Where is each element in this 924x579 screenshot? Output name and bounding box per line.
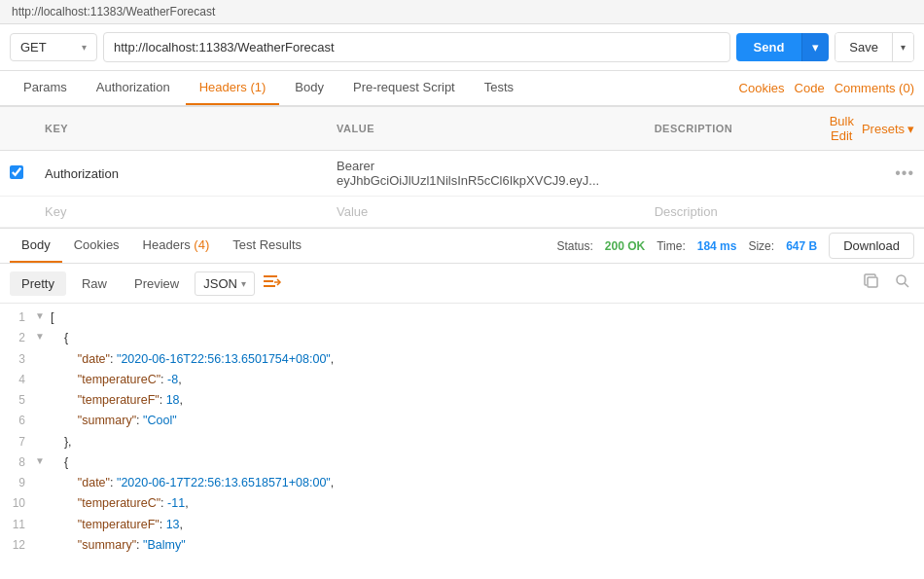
response-meta: Status: 200 OK Time: 184 ms Size: 647 B … — [556, 233, 914, 259]
line-content: "temperatureC": -11, — [51, 493, 924, 514]
toolbar-right — [860, 270, 914, 297]
code-line: 8▼ { — [0, 452, 924, 473]
code-line: 3 "date": "2020-06-16T22:56:13.6501754+0… — [0, 349, 924, 370]
tab-authorization[interactable]: Authorization — [83, 71, 184, 105]
line-number: 2 — [0, 328, 35, 347]
response-toolbar: Pretty Raw Preview JSON ▾ — [0, 264, 924, 304]
response-tabs-bar: Body Cookies Headers (4) Test Results St… — [0, 229, 924, 264]
line-content: "temperatureF": 13, — [51, 515, 924, 535]
col-actions: Bulk Edit Presets ▾ — [820, 107, 924, 151]
presets-chevron-icon: ▾ — [907, 122, 914, 136]
request-tabs-right: Cookies Code Comments (0) — [739, 81, 914, 95]
line-toggle[interactable]: ▼ — [35, 452, 49, 469]
tab-params[interactable]: Params — [10, 71, 81, 105]
copy-button[interactable] — [860, 270, 883, 297]
svg-rect-2 — [264, 285, 275, 287]
code-line: 11 "temperatureF": 13, — [0, 515, 924, 535]
code-link[interactable]: Code — [795, 81, 825, 95]
format-preview[interactable]: Preview — [123, 271, 191, 296]
format-pretty[interactable]: Pretty — [10, 271, 66, 296]
wrap-button[interactable] — [263, 273, 282, 294]
line-content: { — [51, 452, 924, 473]
line-content: }, — [51, 432, 924, 452]
presets-button[interactable]: Presets ▾ — [862, 122, 914, 136]
send-dropdown-button[interactable]: ▾ — [801, 33, 829, 61]
status-value: 200 OK — [605, 239, 645, 253]
resp-tab-body[interactable]: Body — [10, 229, 62, 263]
response-section: Body Cookies Headers (4) Test Results St… — [0, 228, 924, 552]
row-checkbox-cell[interactable] — [0, 151, 35, 197]
row-description — [645, 151, 820, 197]
line-toggle[interactable]: ▼ — [35, 308, 49, 324]
line-number: 1 — [0, 308, 35, 327]
time-label: Time: — [657, 239, 686, 253]
code-line: 5 "temperatureF": 18, — [0, 390, 924, 411]
row-more-button[interactable]: ••• — [895, 164, 914, 182]
resp-tab-test-results[interactable]: Test Results — [221, 229, 313, 263]
col-description: DESCRIPTION — [645, 107, 820, 151]
title-bar: http://localhost:11383/WeatherForecast — [0, 0, 924, 24]
svg-line-6 — [905, 283, 908, 287]
method-select[interactable]: GET ▾ — [10, 33, 97, 61]
tab-headers[interactable]: Headers (1) — [186, 71, 280, 105]
resp-tab-headers[interactable]: Headers (4) — [131, 229, 222, 263]
line-number: 3 — [0, 349, 35, 369]
line-content: "summary": "Balmy" — [51, 535, 924, 552]
line-number: 7 — [0, 432, 35, 452]
line-content: [ — [51, 308, 924, 328]
language-chevron-icon: ▾ — [241, 278, 246, 289]
empty-key-cell[interactable]: Key — [35, 197, 327, 228]
send-btn-group: Send ▾ — [736, 33, 830, 61]
save-button[interactable]: Save — [835, 33, 892, 61]
col-value: VALUE — [327, 107, 645, 151]
row-value: Bearer eyJhbGciOiJlUzl1NilsInR5cCl6IkpXV… — [327, 151, 645, 197]
code-line: 9 "date": "2020-06-17T22:56:13.6518571+0… — [0, 473, 924, 493]
search-button[interactable] — [891, 270, 914, 297]
method-chevron-icon: ▾ — [82, 42, 87, 53]
language-select[interactable]: JSON ▾ — [195, 271, 255, 296]
save-btn-group: Save ▾ — [835, 32, 914, 62]
size-value: 647 B — [786, 239, 817, 253]
line-content: "date": "2020-06-17T22:56:13.6518571+08:… — [51, 473, 924, 493]
search-icon — [895, 273, 910, 289]
code-line: 6 "summary": "Cool" — [0, 411, 924, 431]
cookies-link[interactable]: Cookies — [739, 81, 785, 95]
line-number: 4 — [0, 370, 35, 389]
line-number: 6 — [0, 411, 35, 430]
method-label: GET — [20, 40, 47, 54]
line-content: "temperatureC": -8, — [51, 370, 924, 390]
empty-desc-cell[interactable]: Description — [645, 197, 820, 228]
line-content: "temperatureF": 18, — [51, 390, 924, 411]
line-toggle[interactable]: ▼ — [35, 328, 49, 344]
format-raw[interactable]: Raw — [70, 271, 119, 296]
request-tabs: Params Authorization Headers (1) Body Pr… — [0, 71, 924, 106]
save-dropdown-button[interactable]: ▾ — [892, 33, 913, 61]
row-actions: ••• — [820, 151, 924, 197]
code-area[interactable]: 1▼[2▼ {3 "date": "2020-06-16T22:56:13.65… — [0, 304, 924, 552]
tab-tests[interactable]: Tests — [471, 71, 527, 105]
bulk-edit-button[interactable]: Bulk Edit — [830, 114, 854, 143]
col-checkbox — [0, 107, 35, 151]
url-input[interactable] — [103, 32, 730, 62]
resp-tab-cookies[interactable]: Cookies — [62, 229, 131, 263]
send-button[interactable]: Send — [736, 33, 802, 61]
size-label: Size: — [748, 239, 774, 253]
empty-checkbox-cell — [0, 197, 35, 228]
wrap-icon — [263, 273, 282, 289]
svg-rect-4 — [868, 277, 877, 287]
svg-point-5 — [897, 275, 906, 284]
line-content: "date": "2020-06-16T22:56:13.6501754+08:… — [51, 349, 924, 370]
line-number: 5 — [0, 390, 35, 410]
language-label: JSON — [203, 276, 237, 291]
row-checkbox[interactable] — [10, 165, 23, 179]
tab-prerequest[interactable]: Pre-request Script — [339, 71, 469, 105]
url-bar: GET ▾ Send ▾ Save ▾ — [0, 24, 924, 71]
status-label: Status: — [556, 239, 592, 253]
empty-value-cell[interactable]: Value — [327, 197, 645, 228]
download-button[interactable]: Download — [829, 233, 914, 259]
comments-link[interactable]: Comments (0) — [835, 81, 914, 95]
line-number: 8 — [0, 452, 35, 472]
code-line: 1▼[ — [0, 308, 924, 328]
line-content: "summary": "Cool" — [51, 411, 924, 431]
tab-body[interactable]: Body — [281, 71, 338, 105]
